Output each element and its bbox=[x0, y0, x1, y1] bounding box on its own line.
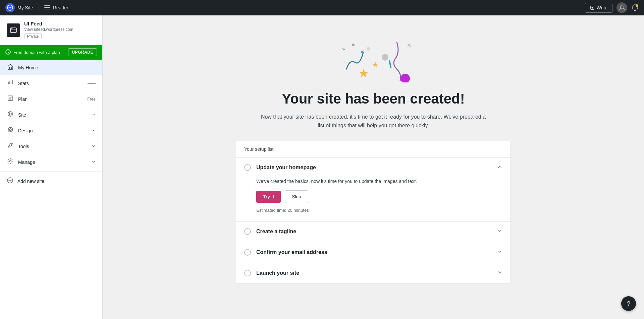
main-content: ★ ★ ✕ ✕ ✕ bbox=[103, 15, 644, 319]
svg-rect-4 bbox=[44, 9, 50, 9]
sidebar-item-plan-label: Plan bbox=[18, 97, 28, 102]
sidebar-item-site-label: Site bbox=[18, 112, 26, 118]
tools-icon bbox=[7, 142, 14, 150]
svg-point-26 bbox=[352, 44, 355, 46]
design-chevron-icon bbox=[92, 128, 96, 133]
top-nav-left: My Site Reader bbox=[5, 3, 74, 12]
sidebar-item-tools[interactable]: Tools bbox=[0, 138, 102, 154]
reader-nav-item[interactable]: Reader bbox=[39, 5, 74, 10]
promo-banner[interactable]: Free domain with a plan UPGRADE bbox=[0, 45, 102, 60]
svg-text:✕: ✕ bbox=[407, 43, 411, 48]
sidebar-item-manage-label: Manage bbox=[18, 160, 35, 165]
add-new-site-item[interactable]: Add new site bbox=[0, 173, 102, 189]
top-nav: My Site Reader Write bbox=[0, 0, 644, 15]
setup-item-homepage-header[interactable]: Update your homepage bbox=[236, 157, 511, 178]
setup-item-homepage: Update your homepage We've created the b… bbox=[236, 157, 511, 221]
help-button[interactable]: ? bbox=[621, 296, 636, 311]
try-it-button[interactable]: Try it bbox=[256, 191, 281, 203]
svg-text:✕: ✕ bbox=[341, 46, 346, 52]
svg-text:★: ★ bbox=[358, 66, 369, 80]
sidebar-item-site[interactable]: Site bbox=[0, 107, 102, 123]
promo-icon bbox=[5, 49, 11, 56]
svg-point-15 bbox=[9, 129, 11, 131]
tagline-chevron-down-icon bbox=[497, 228, 502, 235]
setup-item-homepage-body: We've created the basics, now it's time … bbox=[236, 178, 511, 221]
write-label: Write bbox=[597, 5, 607, 10]
content-inner: ★ ★ ✕ ✕ ✕ bbox=[222, 15, 524, 304]
sidebar-item-plan[interactable]: Plan Free bbox=[0, 91, 102, 107]
sidebar-item-my-home-label: My Home bbox=[18, 65, 38, 70]
setup-list-header: Your setup list bbox=[236, 141, 511, 157]
user-avatar[interactable] bbox=[616, 2, 627, 13]
svg-text:★: ★ bbox=[372, 60, 379, 69]
svg-point-25 bbox=[367, 47, 370, 51]
promo-label: Free domain with a plan bbox=[13, 50, 60, 55]
svg-point-23 bbox=[400, 74, 410, 82]
sidebar: UI Feed View uifeed.wordpress.com Privat… bbox=[0, 15, 103, 319]
svg-text:✕: ✕ bbox=[360, 49, 364, 55]
site-header: UI Feed View uifeed.wordpress.com Privat… bbox=[0, 15, 102, 45]
site-chevron-icon bbox=[92, 112, 96, 118]
main-layout: UI Feed View uifeed.wordpress.com Privat… bbox=[0, 15, 644, 319]
site-url[interactable]: View uifeed.wordpress.com bbox=[24, 27, 96, 32]
svg-point-7 bbox=[636, 4, 638, 7]
upgrade-button[interactable]: UPGRADE bbox=[68, 48, 97, 56]
home-icon bbox=[7, 64, 14, 71]
sidebar-nav: My Home Stats —— bbox=[0, 60, 102, 189]
setup-item-homepage-actions: Try it Skip bbox=[256, 190, 502, 203]
nav-divider bbox=[0, 171, 102, 172]
svg-point-9 bbox=[11, 28, 12, 29]
plan-icon bbox=[7, 95, 14, 103]
setup-item-homepage-desc: We've created the basics, now it's time … bbox=[256, 178, 502, 185]
setup-item-email: Confirm your email address bbox=[236, 242, 511, 263]
email-chevron-down-icon bbox=[497, 249, 502, 256]
write-button[interactable]: Write bbox=[585, 3, 612, 13]
site-name: UI Feed bbox=[24, 21, 96, 26]
stats-icon bbox=[7, 79, 14, 87]
reader-label: Reader bbox=[53, 5, 68, 10]
skip-button[interactable]: Skip bbox=[285, 190, 308, 203]
svg-rect-2 bbox=[44, 5, 50, 6]
setup-item-launch-header[interactable]: Launch your site bbox=[236, 263, 511, 283]
sidebar-item-design[interactable]: Design bbox=[0, 123, 102, 138]
sidebar-item-stats[interactable]: Stats —— bbox=[0, 75, 102, 91]
setup-item-email-title: Confirm your email address bbox=[256, 249, 327, 255]
setup-item-tagline-header[interactable]: Create a tagline bbox=[236, 221, 511, 242]
manage-chevron-icon bbox=[92, 160, 96, 165]
top-nav-right: Write bbox=[585, 2, 639, 13]
sidebar-item-manage[interactable]: Manage bbox=[0, 154, 102, 170]
svg-rect-3 bbox=[44, 7, 50, 8]
page-subtitle: Now that your site has been created, it'… bbox=[259, 113, 487, 130]
add-new-site-label: Add new site bbox=[17, 179, 44, 184]
stats-badge: —— bbox=[88, 81, 96, 86]
help-icon: ? bbox=[627, 300, 630, 307]
setup-circle-homepage bbox=[244, 164, 251, 171]
launch-chevron-down-icon bbox=[497, 270, 502, 277]
estimated-time: Estimated time: 20 minutes bbox=[256, 208, 309, 213]
sidebar-item-design-label: Design bbox=[18, 128, 33, 133]
svg-rect-8 bbox=[10, 28, 16, 33]
site-info: UI Feed View uifeed.wordpress.com Privat… bbox=[24, 21, 96, 39]
setup-item-tagline: Create a tagline bbox=[236, 221, 511, 242]
private-badge[interactable]: Private bbox=[24, 33, 42, 39]
sidebar-item-my-home[interactable]: My Home bbox=[0, 60, 102, 75]
svg-point-10 bbox=[13, 28, 13, 29]
page-title: Your site has been created! bbox=[236, 90, 511, 107]
svg-point-16 bbox=[10, 161, 11, 162]
promo-text: Free domain with a plan bbox=[5, 49, 60, 56]
setup-list: Your setup list Update your homepage We' bbox=[236, 141, 511, 284]
site-nav-icon bbox=[7, 111, 14, 119]
homepage-chevron-up-icon bbox=[497, 164, 502, 171]
svg-point-1 bbox=[9, 7, 11, 8]
celebration-illustration: ★ ★ ✕ ✕ ✕ bbox=[236, 29, 511, 82]
setup-circle-launch bbox=[244, 270, 251, 276]
setup-item-launch-title: Launch your site bbox=[256, 270, 299, 276]
wordpress-logo bbox=[5, 3, 15, 12]
my-site-nav-item[interactable]: My Site bbox=[5, 3, 39, 12]
plan-badge: Free bbox=[87, 97, 96, 102]
setup-item-email-header[interactable]: Confirm your email address bbox=[236, 242, 511, 263]
notifications-bell[interactable] bbox=[631, 4, 639, 11]
sidebar-item-tools-label: Tools bbox=[18, 144, 29, 149]
design-icon bbox=[7, 127, 14, 134]
my-site-label: My Site bbox=[17, 5, 33, 10]
